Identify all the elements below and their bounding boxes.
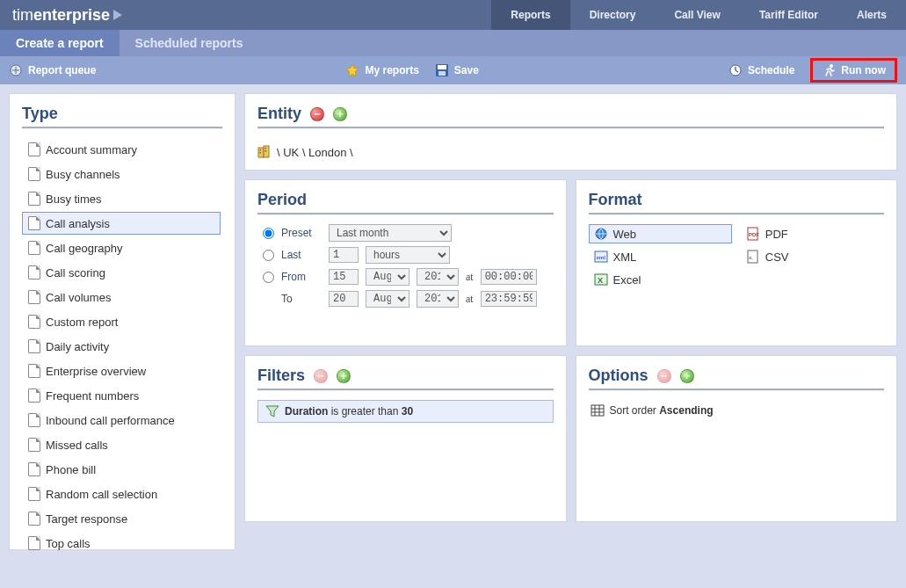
type-item-unused-devices[interactable]: Unused devices: [22, 556, 221, 559]
type-item-account-summary[interactable]: Account summary: [22, 138, 221, 161]
format-xml[interactable]: xmlXML: [589, 247, 732, 266]
schedule-button[interactable]: Schedule: [728, 63, 794, 77]
document-icon: [28, 413, 40, 427]
main-tab-alerts[interactable]: Alerts: [837, 0, 906, 30]
type-item-busy-channels[interactable]: Busy channels: [22, 163, 221, 185]
document-icon: [28, 265, 40, 279]
filter-value: 30: [402, 405, 413, 417]
last-label: Last: [281, 249, 322, 261]
type-item-label: Call volumes: [46, 291, 111, 304]
svg-rect-3: [439, 71, 446, 76]
main-tab-directory[interactable]: Directory: [570, 0, 656, 30]
to-time-input[interactable]: [481, 291, 537, 307]
main-tab-reports[interactable]: Reports: [491, 0, 569, 30]
type-item-call-geography[interactable]: Call geography: [22, 236, 221, 259]
type-item-frequent-numbers[interactable]: Frequent numbers: [22, 384, 221, 407]
divider: [589, 213, 885, 215]
format-csv[interactable]: a,CSV: [741, 247, 884, 266]
main-tab-tariff-editor[interactable]: Tariff Editor: [740, 0, 837, 30]
add-option-button[interactable]: +: [680, 369, 694, 383]
type-item-label: Busy times: [46, 192, 102, 206]
type-item-call-analysis[interactable]: Call analysis: [22, 212, 221, 235]
format-panel: Format WebPDFPDFxmlXMLa,CSVXExcel: [576, 179, 898, 346]
type-item-inbound-call-performance[interactable]: Inbound call performance: [22, 409, 221, 432]
type-panel: Type Account summaryBusy channelsBusy ti…: [9, 93, 236, 550]
type-item-enterprise-overview[interactable]: Enterprise overview: [22, 359, 221, 382]
period-from-radio[interactable]: [263, 272, 274, 283]
type-item-phone-bill[interactable]: Phone bill: [22, 458, 221, 481]
from-day-input[interactable]: [329, 269, 359, 285]
type-item-label: Enterprise overview: [46, 365, 146, 378]
add-entity-button[interactable]: +: [333, 107, 347, 121]
to-day-input[interactable]: [329, 291, 359, 307]
from-time-input[interactable]: [481, 269, 537, 285]
options-panel: Options − + Sort order Ascending: [576, 355, 898, 522]
run-now-button[interactable]: Run now: [810, 58, 897, 83]
subtab-create-a-report[interactable]: Create a report: [0, 30, 120, 56]
svg-point-5: [830, 64, 833, 68]
divider: [589, 388, 885, 391]
period-preset-radio[interactable]: [263, 228, 274, 239]
document-icon: [28, 438, 40, 452]
star-icon: [345, 63, 359, 77]
main-tab-call-view[interactable]: Call View: [655, 0, 739, 30]
clock-icon: [728, 63, 743, 77]
subtab-scheduled-reports[interactable]: Scheduled reports: [120, 30, 259, 56]
save-icon: [435, 63, 449, 77]
type-item-random-call-selection[interactable]: Random call selection: [22, 483, 221, 505]
brand-part-a: tim: [12, 6, 33, 25]
format-pdf[interactable]: PDFPDF: [741, 224, 884, 243]
type-item-daily-activity[interactable]: Daily activity: [22, 335, 221, 358]
top-nav: timenterprise ReportsDirectoryCall ViewT…: [0, 0, 906, 30]
document-icon: [28, 462, 40, 476]
format-heading: Format: [589, 191, 885, 209]
type-item-target-response[interactable]: Target response: [22, 507, 221, 530]
brand-arrow-icon: [113, 10, 122, 20]
preset-select[interactable]: Last month: [329, 224, 452, 242]
to-year-select[interactable]: 2013: [417, 290, 459, 308]
type-item-busy-times[interactable]: Busy times: [22, 187, 221, 210]
svg-rect-11: [265, 150, 267, 152]
format-label: Web: [613, 228, 637, 241]
type-item-label: Call geography: [46, 242, 122, 255]
options-heading: Options: [589, 367, 649, 385]
type-item-label: Missed calls: [46, 439, 108, 452]
remove-entity-button[interactable]: −: [310, 107, 324, 121]
type-item-label: Phone bill: [46, 463, 96, 476]
type-item-label: Call analysis: [46, 217, 110, 230]
last-unit-select[interactable]: hours: [366, 246, 450, 264]
to-month-select[interactable]: Aug: [366, 290, 410, 308]
filters-heading: Filters: [257, 367, 305, 385]
from-month-select[interactable]: Aug: [366, 268, 410, 286]
queue-icon: [9, 63, 23, 77]
type-item-top-calls[interactable]: Top calls: [22, 532, 221, 555]
remove-filter-button[interactable]: −: [314, 369, 328, 383]
last-value-input[interactable]: [329, 247, 359, 263]
type-item-call-scoring[interactable]: Call scoring: [22, 261, 221, 284]
remove-option-button[interactable]: −: [657, 369, 671, 383]
divider: [257, 127, 884, 129]
filter-field: Duration: [285, 405, 328, 417]
report-queue-button[interactable]: Report queue: [9, 63, 96, 77]
excel-icon: X: [594, 272, 608, 287]
format-excel[interactable]: XExcel: [589, 270, 732, 289]
add-filter-button[interactable]: +: [337, 369, 351, 383]
type-item-call-volumes[interactable]: Call volumes: [22, 286, 221, 309]
type-item-label: Frequent numbers: [46, 389, 139, 403]
format-web[interactable]: Web: [589, 224, 732, 243]
type-item-missed-calls[interactable]: Missed calls: [22, 433, 221, 456]
my-reports-button[interactable]: My reports: [345, 63, 418, 77]
document-icon: [28, 290, 40, 304]
grid-icon: [591, 403, 605, 417]
type-list[interactable]: Account summaryBusy channelsBusy timesCa…: [22, 138, 222, 559]
filters-panel: Filters − + Duration is greater than 30: [244, 355, 567, 522]
preset-label: Preset: [281, 227, 322, 239]
option-item[interactable]: Sort order Ascending: [589, 400, 885, 421]
type-item-custom-report[interactable]: Custom report: [22, 310, 221, 333]
from-year-select[interactable]: 2012: [417, 268, 459, 286]
filter-item[interactable]: Duration is greater than 30: [257, 400, 554, 423]
document-icon: [28, 167, 40, 181]
entity-path: \ UK \ London \: [277, 146, 353, 159]
save-button[interactable]: Save: [435, 63, 479, 77]
period-last-radio[interactable]: [263, 250, 274, 261]
